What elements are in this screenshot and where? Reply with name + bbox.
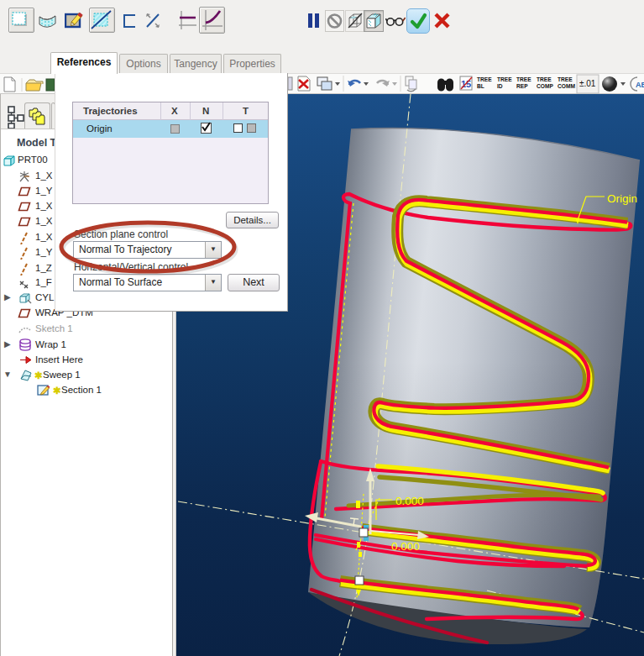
svg-text:TREE: TREE — [477, 76, 492, 82]
svg-text:COMM: COMM — [558, 83, 575, 89]
svg-text:0.000: 0.000 — [391, 540, 420, 553]
svg-text:TREE: TREE — [558, 76, 573, 82]
svg-text:ID: ID — [497, 83, 503, 89]
svg-text:BL: BL — [477, 83, 484, 89]
svg-text:REP: REP — [516, 83, 528, 89]
svg-text:0.000: 0.000 — [395, 495, 424, 507]
svg-text:TREE: TREE — [497, 76, 512, 82]
svg-text:TREE: TREE — [516, 76, 531, 82]
svg-text:TREE: TREE — [537, 76, 552, 82]
svg-text:AB: AB — [636, 81, 644, 89]
svg-text:Origin: Origin — [607, 192, 637, 205]
svg-text:COMP: COMP — [537, 83, 553, 89]
svg-text:±.01: ±.01 — [579, 79, 596, 88]
